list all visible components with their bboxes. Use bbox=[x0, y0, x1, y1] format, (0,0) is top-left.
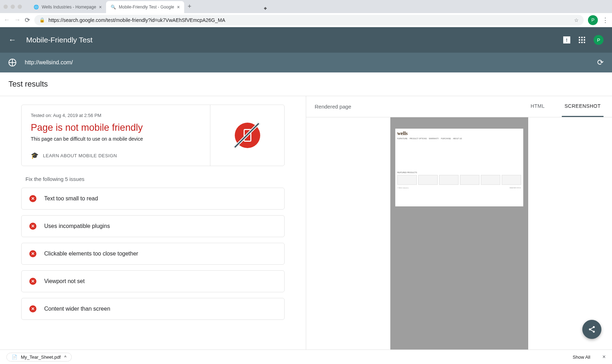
tested-on-timestamp: Tested on: Aug 4, 2019 at 2:56 PM bbox=[31, 113, 201, 118]
error-icon: ✕ bbox=[29, 195, 36, 202]
learn-link-label: LEARN ABOUT MOBILE DESIGN bbox=[43, 153, 117, 158]
main-content: Tested on: Aug 4, 2019 at 2:56 PM Page i… bbox=[0, 96, 612, 350]
close-tab-icon[interactable]: × bbox=[177, 4, 180, 10]
chevron-up-icon[interactable]: ^ bbox=[64, 354, 66, 360]
fix-issues-heading: Fix the following 5 issues bbox=[21, 176, 285, 182]
close-download-bar-icon[interactable]: × bbox=[602, 354, 606, 360]
preview-panel: Rendered page HTML SCREENSHOT wells FURN… bbox=[306, 96, 612, 350]
forward-button[interactable]: → bbox=[14, 16, 21, 24]
section-heading: Test results bbox=[0, 72, 612, 96]
show-all-downloads-link[interactable]: Show All bbox=[573, 354, 590, 360]
globe-favicon-icon: 🌐 bbox=[33, 4, 39, 10]
tab-html[interactable]: HTML bbox=[528, 96, 548, 117]
close-tab-icon[interactable]: × bbox=[99, 4, 102, 10]
test-url-bar: http://wellsind.com/ ⟳ bbox=[0, 53, 612, 72]
share-icon bbox=[588, 325, 596, 333]
new-tab-button[interactable]: + bbox=[188, 3, 192, 10]
reload-button[interactable]: ⟳ bbox=[25, 16, 30, 24]
mac-close[interactable] bbox=[4, 5, 8, 9]
download-filename: My_Tear_Sheet.pdf bbox=[21, 354, 61, 360]
mac-window-controls bbox=[4, 5, 22, 9]
refresh-test-button[interactable]: ⟳ bbox=[597, 58, 604, 67]
share-fab-button[interactable] bbox=[582, 320, 601, 339]
apps-grid-icon[interactable] bbox=[579, 37, 585, 43]
learn-mobile-design-link[interactable]: 🎓 LEARN ABOUT MOBILE DESIGN bbox=[31, 152, 201, 159]
product-thumb bbox=[397, 175, 417, 185]
feedback-icon[interactable]: ! bbox=[563, 36, 570, 43]
address-bar[interactable]: 🔒 https://search.google.com/test/mobile-… bbox=[34, 15, 584, 25]
error-icon: ✕ bbox=[29, 250, 36, 257]
svg-point-0 bbox=[593, 326, 595, 328]
issue-row[interactable]: ✕ Content wider than screen bbox=[21, 298, 285, 320]
mac-minimize[interactable] bbox=[11, 5, 15, 9]
app-header: ← Mobile-Friendly Test ! P bbox=[0, 27, 612, 53]
issue-text: Uses incompatible plugins bbox=[44, 223, 110, 229]
mac-maximize[interactable] bbox=[18, 5, 22, 9]
preview-products-row bbox=[397, 175, 521, 185]
preview-site-footer: © Wells Industries WEATHER ROCK bbox=[397, 187, 521, 189]
product-thumb bbox=[460, 175, 479, 185]
issue-text: Clickable elements too close together bbox=[44, 251, 138, 257]
tab-title: Mobile-Friendly Test - Google bbox=[119, 5, 174, 10]
result-subtitle: This page can be difficult to use on a m… bbox=[31, 136, 201, 142]
rendered-site-preview: wells FURNITURE PRODUCT OPTIONS WARRANTY… bbox=[395, 129, 523, 206]
mobile-render-frame: wells FURNITURE PRODUCT OPTIONS WARRANTY… bbox=[390, 117, 528, 350]
error-icon: ✕ bbox=[29, 223, 36, 230]
issue-text: Text too small to read bbox=[44, 195, 98, 202]
product-thumb bbox=[502, 175, 521, 185]
preview-site-logo: wells bbox=[397, 131, 521, 136]
profile-avatar[interactable]: P bbox=[588, 15, 598, 25]
browser-tab-0[interactable]: 🌐 Wells Industries - Homepage × bbox=[29, 1, 106, 13]
svg-point-2 bbox=[593, 331, 595, 333]
app-back-button[interactable]: ← bbox=[8, 35, 16, 45]
issue-row[interactable]: ✕ Clickable elements too close together bbox=[21, 243, 285, 265]
result-status-icon-area bbox=[210, 105, 284, 166]
not-mobile-friendly-icon bbox=[232, 120, 263, 151]
svg-point-1 bbox=[589, 328, 591, 330]
preview-featured-label: FEATURED PRODUCTS bbox=[397, 171, 521, 174]
preview-header: Rendered page HTML SCREENSHOT bbox=[306, 96, 612, 117]
browser-tab-1[interactable]: 🔍 Mobile-Friendly Test - Google × bbox=[106, 1, 184, 13]
issue-row[interactable]: ✕ Viewport not set bbox=[21, 270, 285, 292]
browser-toolbar: ← → ⟳ 🔒 https://search.google.com/test/m… bbox=[0, 13, 612, 27]
preview-site-nav: FURNITURE PRODUCT OPTIONS WARRANTY PURCH… bbox=[397, 137, 521, 140]
issue-row[interactable]: ✕ Uses incompatible plugins bbox=[21, 215, 285, 237]
tab-screenshot[interactable]: SCREENSHOT bbox=[562, 96, 604, 117]
download-item[interactable]: 📄 My_Tear_Sheet.pdf ^ bbox=[6, 353, 72, 362]
issue-text: Viewport not set bbox=[44, 278, 84, 284]
google-favicon-icon: 🔍 bbox=[110, 4, 116, 10]
result-summary-card: Tested on: Aug 4, 2019 at 2:56 PM Page i… bbox=[21, 105, 285, 166]
download-bar: 📄 My_Tear_Sheet.pdf ^ Show All × bbox=[0, 350, 612, 364]
file-icon: 📄 bbox=[12, 354, 17, 360]
bookmark-star-icon[interactable]: ☆ bbox=[574, 17, 579, 23]
app-title: Mobile-Friendly Test bbox=[26, 36, 93, 44]
url-text: https://search.google.com/test/mobile-fr… bbox=[48, 17, 225, 23]
product-thumb bbox=[418, 175, 438, 185]
product-thumb bbox=[439, 175, 459, 185]
app-profile-avatar[interactable]: P bbox=[594, 35, 604, 45]
rendered-page-label: Rendered page bbox=[315, 104, 351, 110]
back-button[interactable]: ← bbox=[4, 16, 10, 24]
browser-tab-strip: 🌐 Wells Industries - Homepage × 🔍 Mobile… bbox=[0, 0, 612, 13]
product-thumb bbox=[481, 175, 500, 185]
error-icon: ✕ bbox=[29, 278, 36, 285]
lock-icon: 🔒 bbox=[39, 17, 45, 23]
results-panel: Tested on: Aug 4, 2019 at 2:56 PM Page i… bbox=[0, 96, 306, 350]
result-title: Page is not mobile friendly bbox=[31, 122, 201, 133]
browser-menu-icon[interactable]: ⋮ bbox=[602, 16, 608, 24]
globe-icon bbox=[8, 59, 16, 66]
preview-viewport: wells FURNITURE PRODUCT OPTIONS WARRANTY… bbox=[306, 117, 612, 350]
graduation-cap-icon: 🎓 bbox=[31, 152, 39, 159]
tested-url-input[interactable]: http://wellsind.com/ bbox=[25, 59, 589, 66]
issue-text: Content wider than screen bbox=[44, 306, 110, 312]
error-icon: ✕ bbox=[29, 305, 36, 312]
tab-title: Wells Industries - Homepage bbox=[42, 5, 96, 10]
issue-row[interactable]: ✕ Text too small to read bbox=[21, 188, 285, 210]
